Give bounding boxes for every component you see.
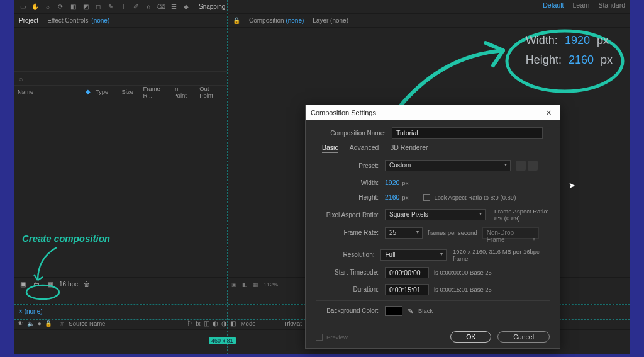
tab-effect-controls[interactable]: Effect Controls (none) [47, 17, 109, 24]
par-label: Pixel Aspect Ratio: [316, 212, 379, 218]
tab-layer[interactable]: Layer (none) [313, 17, 348, 24]
eye-icon[interactable]: 👁 [18, 320, 24, 327]
project-columns: Name ◆ Type Size Frame R... In Point Out… [14, 86, 227, 98]
duration-input[interactable] [385, 284, 429, 295]
timeline-tab-none[interactable]: × (none) [19, 308, 43, 315]
par-select[interactable]: Square Pixels [385, 209, 486, 220]
project-footer: ▣ 🗀 ▦ 16 bpc 🗑 [14, 277, 227, 291]
col-source-name[interactable]: Source Name [69, 320, 182, 327]
col-outpoint[interactable]: Out Point [196, 85, 227, 99]
resolution-select[interactable]: Full [380, 249, 447, 261]
workspace-default[interactable]: Default [543, 1, 564, 9]
save-preset-icon[interactable] [516, 161, 526, 171]
bpc-toggle[interactable]: 16 bpc [59, 281, 78, 288]
rotate-tool-icon[interactable]: ⟳ [55, 2, 65, 12]
framerate-select[interactable]: 25 [385, 227, 423, 239]
pen-tool-icon[interactable]: ✎ [106, 2, 116, 12]
height-label: Height: [316, 194, 379, 201]
dialog-title: Composition Settings [311, 109, 376, 116]
dimensions-callout: Width: 1920 px Height: 2160 px [526, 34, 613, 73]
width-input[interactable]: 1920 [385, 179, 399, 186]
callout-height-unit: px [601, 54, 613, 66]
zoom-readout[interactable]: 112% [264, 281, 278, 288]
height-input[interactable]: 2160 [385, 193, 399, 201]
width-label: Width: [316, 179, 379, 186]
delete-preset-icon[interactable] [528, 161, 538, 171]
preset-select[interactable]: Custom [385, 160, 511, 171]
camera-tool-icon[interactable]: ◧ [68, 2, 78, 12]
callout-height-label: Height: [526, 54, 562, 66]
start-timecode-info: is 0:00:00:00 Base 25 [434, 269, 492, 276]
close-icon[interactable]: ✕ [542, 109, 555, 117]
shape-tool-icon[interactable]: ◻ [93, 2, 103, 12]
type-tool-icon[interactable]: T [118, 2, 128, 12]
solo-icon[interactable]: ● [38, 320, 42, 327]
ok-button[interactable]: OK [450, 331, 491, 343]
hand-tool-icon[interactable]: ✋ [30, 2, 40, 12]
tab-basic[interactable]: Basic [322, 144, 338, 153]
cancel-button[interactable]: Cancel [497, 331, 550, 343]
frame-aspect-value: 8:9 (0.89) [494, 215, 520, 222]
snapping-toggle[interactable]: Snapping [199, 3, 225, 11]
3d-icon[interactable]: ◧ [230, 320, 236, 327]
lock-col-icon[interactable]: 🔒 [45, 320, 52, 327]
selection-tool-icon[interactable]: ▭ [18, 2, 28, 12]
callout-width-unit: px [597, 34, 609, 47]
col-framerate[interactable]: Frame R... [139, 85, 169, 99]
col-mode[interactable]: Mode [241, 320, 279, 327]
adjust-icon[interactable]: ◑ [221, 320, 227, 327]
start-timecode-input[interactable] [385, 267, 429, 278]
comp-name-label: Composition Name: [323, 130, 386, 137]
mouse-cursor-icon: ➤ [569, 181, 575, 190]
new-comp-icon[interactable]: ▦ [45, 280, 55, 290]
comp-name-input[interactable] [392, 127, 543, 139]
tab-project[interactable]: Project [19, 17, 38, 24]
height-unit: px [402, 194, 408, 201]
workspace-tabs: Default Learn Standard [543, 1, 625, 9]
duration-label: Duration: [316, 286, 379, 293]
composition-settings-dialog: Composition Settings ✕ Composition Name:… [305, 105, 560, 349]
preset-label: Preset: [316, 162, 379, 169]
zoom-tool-icon[interactable]: ⌕ [43, 2, 53, 12]
workspace-standard[interactable]: Standard [598, 1, 625, 9]
trash-icon[interactable]: 🗑 [82, 280, 92, 290]
motion-blur-icon[interactable]: ◐ [213, 320, 218, 327]
top-toolbar: ▭ ✋ ⌕ ⟳ ◧ ◩ ◻ ✎ T ✐ ⎌ ⌫ ☰ ◆ Snapping Def… [14, 0, 630, 14]
resolution-icon[interactable]: ▦ [253, 281, 258, 288]
bgcolor-label: Background Color: [316, 307, 379, 314]
project-search[interactable]: ⌕ [14, 72, 227, 86]
duration-info: is 0:00:15:01 Base 25 [434, 286, 492, 293]
col-label-icon[interactable]: ◆ [82, 88, 92, 95]
eraser-tool-icon[interactable]: ⌫ [156, 2, 166, 12]
lock-aspect-checkbox[interactable]: Lock Aspect Ratio to 8:9 (0.89) [423, 194, 516, 201]
col-inpoint[interactable]: In Point [169, 85, 196, 99]
speaker-icon[interactable]: 🔈 [27, 320, 35, 327]
lock-icon[interactable]: 🔒 [233, 17, 240, 24]
bgcolor-swatch[interactable] [385, 306, 402, 316]
workspace-learn[interactable]: Learn [573, 1, 590, 9]
clone-tool-icon[interactable]: ⎌ [143, 2, 153, 12]
puppet-tool-icon[interactable]: ◆ [181, 2, 191, 12]
shy-icon[interactable]: ⚐ [187, 320, 192, 327]
col-type[interactable]: Type [92, 88, 118, 95]
tab-advanced[interactable]: Advanced [350, 144, 379, 153]
col-size[interactable]: Size [118, 88, 140, 95]
callout-width-label: Width: [526, 34, 558, 47]
tab-composition[interactable]: Composition (none) [249, 17, 304, 24]
crop-size-badge: 460 x 81 [209, 337, 236, 344]
viewer-icon[interactable]: ▣ [231, 281, 237, 288]
brush-tool-icon[interactable]: ✐ [131, 2, 141, 12]
bgcolor-name: Black [418, 307, 433, 314]
dialog-titlebar[interactable]: Composition Settings ✕ [306, 105, 560, 120]
channel-icon[interactable]: ◧ [242, 281, 248, 288]
roto-tool-icon[interactable]: ☰ [169, 2, 179, 12]
frame-blend-icon[interactable]: ◫ [204, 320, 209, 327]
eyedropper-icon[interactable]: ✎ [408, 307, 413, 315]
tab-3d-renderer[interactable]: 3D Renderer [390, 144, 428, 153]
col-name[interactable]: Name [14, 88, 82, 95]
fx-icon[interactable]: fx [196, 320, 200, 327]
pan-behind-tool-icon[interactable]: ◩ [80, 2, 91, 12]
start-timecode-label: Start Timecode: [316, 269, 379, 276]
interpret-icon[interactable]: ▣ [18, 280, 28, 290]
new-folder-icon[interactable]: 🗀 [31, 280, 42, 290]
